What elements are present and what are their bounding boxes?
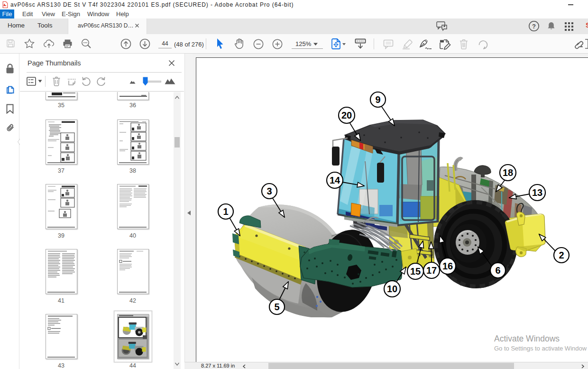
svg-text:14: 14: [330, 175, 340, 185]
svg-text:10: 10: [387, 284, 397, 294]
svg-text:13: 13: [532, 187, 542, 198]
svg-text:17: 17: [426, 265, 437, 276]
svg-text:5: 5: [274, 302, 279, 312]
svg-text:2: 2: [559, 250, 564, 260]
svg-text:1: 1: [223, 206, 228, 217]
svg-text:3: 3: [266, 186, 272, 196]
svg-text:15: 15: [410, 266, 421, 277]
svg-text:20: 20: [341, 110, 352, 120]
svg-text:6: 6: [495, 265, 500, 276]
svg-text:16: 16: [442, 261, 453, 271]
svg-text:9: 9: [375, 94, 380, 105]
svg-text:18: 18: [503, 167, 513, 178]
svg-text:?: ?: [532, 23, 536, 30]
